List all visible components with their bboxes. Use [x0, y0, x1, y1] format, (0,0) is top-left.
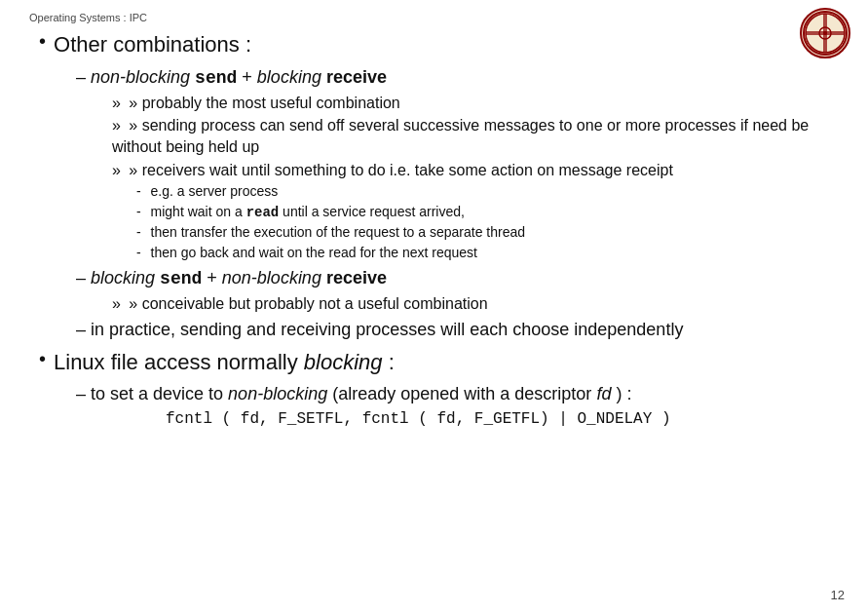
sub-sub-text-3: - then transfer the execution of the req… [136, 224, 525, 240]
subitem-1-text: e.g. a server process [151, 183, 279, 199]
sub-1a-item1-text: » probably the most useful combination [129, 95, 399, 111]
sub-1a-text-3: » » receivers wait until something to do… [112, 162, 673, 178]
sub-1b-item1-text: » conceivable but probably not a useful … [129, 295, 487, 312]
logo-circle [800, 8, 850, 58]
sub-1a-item-3: » » receivers wait until something to do… [112, 160, 829, 181]
sub-1a-item-2: » » sending process can send off several… [112, 115, 829, 157]
sub-1a-item3-text: » receivers wait until something to do i… [129, 162, 673, 178]
page-number-text: 12 [831, 588, 845, 602]
sub-1a-item2-text: » sending process can send off several s… [112, 117, 809, 155]
bullet-dot-2: • [39, 347, 46, 370]
sub-2a-pre: – to set a device to [76, 384, 223, 403]
bullet-1-label: Other combinations : [54, 32, 251, 57]
slide-content: • Other combinations : – non-blocking se… [29, 31, 839, 428]
plus-1: + [242, 67, 257, 87]
sub-1b-item-1: » » conceivable but probably not a usefu… [112, 293, 829, 315]
sub-2a-post2: ) : [616, 384, 631, 403]
guillemet-1: » [112, 95, 121, 111]
sub-sub-item-1: - e.g. a server process [136, 182, 829, 202]
sub-1a-label: – non-blocking send + blocking receive [76, 67, 387, 87]
subitem-3-text: then transfer the execution of the reque… [151, 224, 525, 240]
receive-bold-2: receive [326, 268, 387, 288]
sub-sub-item-3: - then transfer the execution of the req… [136, 223, 829, 243]
sub-in-practice: – in practice, sending and receiving pro… [76, 318, 829, 341]
logo-svg [802, 10, 849, 57]
sub-to-set-device: – to set a device to non-blocking (alrea… [76, 382, 829, 405]
guillemet-3: » [112, 162, 121, 178]
blocking-italic-2: blocking [91, 268, 155, 288]
slide: Operating Systems : IPC • Other combinat… [0, 0, 868, 614]
bullet-2-pre: Linux file access normally [54, 350, 298, 374]
page-number: 12 [831, 588, 845, 602]
sub-1c-text: – in practice, sending and receiving pro… [76, 320, 683, 339]
code-block: fcntl ( fd, F_SETFL, fcntl ( fd, F_GETFL… [166, 410, 829, 428]
sub-sub-text-4: - then go back and wait on the read for … [136, 245, 477, 260]
blocking-italic: blocking [257, 67, 321, 87]
bullet-other-combinations: • Other combinations : [39, 31, 829, 59]
send-bold-2: send [160, 269, 202, 288]
receive-bold-1: receive [326, 67, 387, 87]
fd-italic: fd [596, 384, 611, 403]
sub-blocking-send: – blocking send + non-blocking receive [76, 266, 829, 290]
nonblocking-italic-2: non-blocking [222, 268, 321, 288]
svg-point-4 [823, 31, 827, 35]
send-bold: send [195, 68, 237, 88]
sub-1b-text-1: » » conceivable but probably not a usefu… [112, 295, 488, 312]
bullet-2-text: Linux file access normally blocking : [54, 349, 395, 377]
dash-1: - [136, 183, 141, 199]
bullet-2-post: : [389, 350, 395, 374]
blocking-italic-3: blocking [304, 350, 383, 374]
guillemet-4: » [112, 295, 121, 312]
dash-4: - [136, 245, 141, 260]
sub-1a-text-2: » » sending process can send off several… [112, 117, 809, 155]
slide-header: Operating Systems : IPC [29, 12, 839, 23]
bullet-dot-1: • [39, 29, 46, 53]
sub-1b-label: – blocking send + non-blocking receive [76, 268, 387, 288]
university-logo [800, 8, 850, 58]
code-text: fcntl ( fd, F_SETFL, fcntl ( fd, F_GETFL… [166, 410, 670, 428]
guillemet-2: » [112, 117, 121, 134]
sub-1c-label: – in practice, sending and receiving pro… [76, 320, 683, 339]
sub-nonblocking-send: – non-blocking send + blocking receive [76, 65, 829, 90]
sub-2a-post: (already opened with a descriptor [332, 384, 591, 403]
sub-sub-item-2: - might wait on a read until a service r… [136, 203, 829, 223]
subitem-2-text: might wait on a read until a service req… [151, 204, 465, 219]
nonblocking-italic: non-blocking [91, 67, 190, 87]
bullet-linux: • Linux file access normally blocking : [39, 349, 829, 377]
sub-sub-item-4: - then go back and wait on the read for … [136, 244, 829, 263]
subitem-4-text: then go back and wait on the read for th… [151, 245, 477, 260]
nonblocking-italic-3: non-blocking [228, 384, 327, 403]
sub-sub-text-2: - might wait on a read until a service r… [136, 204, 465, 219]
dash-3: - [136, 224, 141, 240]
sub-1a-item-1: » » probably the most useful combination [112, 93, 829, 114]
dash-2: - [136, 204, 141, 219]
header-title: Operating Systems : IPC [29, 12, 147, 23]
sub-1a-text-1: » » probably the most useful combination [112, 95, 400, 111]
bullet-1-text: Other combinations : [54, 31, 251, 59]
plus-2: + [207, 268, 222, 288]
sub-2a-text: – to set a device to non-blocking (alrea… [76, 384, 631, 403]
sub-sub-text-1: - e.g. a server process [136, 183, 278, 199]
